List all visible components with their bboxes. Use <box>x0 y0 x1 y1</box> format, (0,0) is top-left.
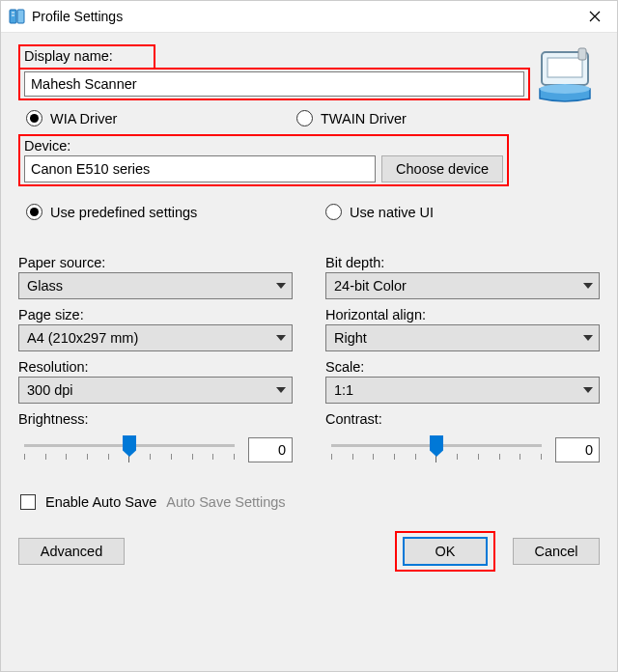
horizontal-align-label: Horizontal align: <box>325 307 600 322</box>
app-icon <box>9 8 26 25</box>
settings-mode-group: Use predefined settings Use native UI <box>26 204 600 220</box>
driver-radio-group: WIA Driver TWAIN Driver <box>26 110 530 126</box>
dialog-content: Display name: WIA Driver TWAIN Driver <box>1 33 617 671</box>
contrast-value-input[interactable] <box>555 437 600 462</box>
display-name-field-highlight <box>18 68 530 100</box>
scale-label: Scale: <box>325 359 600 375</box>
chevron-down-icon <box>276 335 286 341</box>
svg-rect-1 <box>17 10 24 23</box>
combo-value: A4 (210x297 mm) <box>27 330 138 346</box>
radio-label: Use predefined settings <box>50 205 197 220</box>
radio-icon <box>26 204 42 220</box>
autosave-settings-link: Auto Save Settings <box>166 494 285 510</box>
contrast-slider[interactable] <box>325 431 548 469</box>
brightness-value-input[interactable] <box>248 437 293 462</box>
device-field: Canon E510 series <box>24 155 376 182</box>
radio-icon <box>325 204 342 220</box>
settings-left-col: Paper source: Glass Page size: A4 (210x2… <box>18 255 293 473</box>
display-name-label-highlight: Display name: <box>18 44 155 70</box>
device-label: Device: <box>24 138 503 154</box>
window-title: Profile Settings <box>32 9 573 24</box>
chevron-down-icon <box>583 283 593 289</box>
settings-mode-native[interactable]: Use native UI <box>325 204 434 220</box>
scanner-icon <box>530 44 600 106</box>
horizontal-align-combo[interactable]: Right <box>325 324 600 351</box>
cancel-button[interactable]: Cancel <box>513 538 600 565</box>
chevron-down-icon <box>583 387 593 393</box>
device-highlight: Device: Canon E510 series Choose device <box>18 134 509 186</box>
chevron-down-icon <box>276 283 286 289</box>
enable-autosave-checkbox[interactable] <box>20 494 36 510</box>
resolution-combo[interactable]: 300 dpi <box>18 377 293 404</box>
paper-source-label: Paper source: <box>18 255 293 270</box>
device-value: Canon E510 series <box>31 161 150 177</box>
bit-depth-label: Bit depth: <box>325 255 600 270</box>
titlebar: Profile Settings <box>1 1 617 33</box>
paper-source-combo[interactable]: Glass <box>18 272 293 299</box>
ok-button[interactable]: OK <box>403 537 488 566</box>
chevron-down-icon <box>583 335 593 341</box>
radio-label: WIA Driver <box>50 111 117 126</box>
profile-settings-dialog: Profile Settings Display name: WIA Drive… <box>0 0 618 672</box>
combo-value: 1:1 <box>334 382 353 398</box>
page-size-label: Page size: <box>18 307 293 322</box>
display-name-label: Display name: <box>24 48 150 64</box>
contrast-label: Contrast: <box>325 411 600 427</box>
combo-value: Glass <box>27 278 63 294</box>
svg-rect-0 <box>10 10 16 23</box>
advanced-button[interactable]: Advanced <box>18 538 125 565</box>
driver-option-wia[interactable]: WIA Driver <box>26 110 296 126</box>
display-name-input[interactable] <box>24 71 524 97</box>
combo-value: Right <box>334 330 367 346</box>
radio-icon <box>26 110 42 126</box>
combo-value: 24-bit Color <box>334 278 407 294</box>
page-size-combo[interactable]: A4 (210x297 mm) <box>18 324 293 351</box>
svg-rect-7 <box>578 48 586 60</box>
chevron-down-icon <box>276 387 286 393</box>
resolution-label: Resolution: <box>18 359 293 375</box>
settings-grid: Paper source: Glass Page size: A4 (210x2… <box>18 255 600 473</box>
brightness-slider[interactable] <box>18 431 240 469</box>
settings-mode-predefined[interactable]: Use predefined settings <box>26 204 325 220</box>
combo-value: 300 dpi <box>27 382 73 398</box>
close-button[interactable] <box>573 1 617 32</box>
svg-point-6 <box>540 84 590 94</box>
radio-label: TWAIN Driver <box>321 111 407 126</box>
radio-label: Use native UI <box>350 205 434 220</box>
ok-button-highlight: OK <box>395 531 495 572</box>
bit-depth-combo[interactable]: 24-bit Color <box>325 272 600 299</box>
button-row: Advanced OK Cancel <box>18 531 600 572</box>
svg-rect-5 <box>548 58 582 77</box>
radio-icon <box>296 110 313 126</box>
settings-right-col: Bit depth: 24-bit Color Horizontal align… <box>325 255 600 473</box>
brightness-label: Brightness: <box>18 411 293 427</box>
enable-autosave-label[interactable]: Enable Auto Save <box>45 494 156 510</box>
driver-option-twain[interactable]: TWAIN Driver <box>296 110 407 126</box>
scale-combo[interactable]: 1:1 <box>325 377 600 404</box>
choose-device-button[interactable]: Choose device <box>381 155 503 182</box>
autosave-row: Enable Auto Save Auto Save Settings <box>20 494 600 510</box>
